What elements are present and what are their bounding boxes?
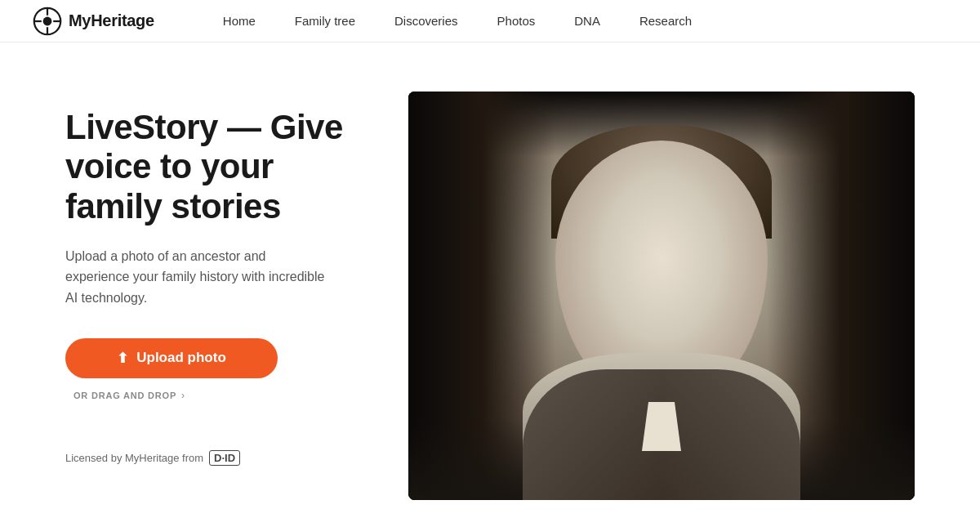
nav-links: Home Family tree Discoveries Photos DNA …: [203, 1, 947, 41]
portrait-suit-right: [662, 369, 800, 500]
upload-photo-button[interactable]: ⬆ Upload photo: [65, 338, 278, 378]
license-prefix: Licensed by MyHeritage from: [65, 452, 203, 464]
hero-title: LiveStory — Give voice to your family st…: [65, 108, 376, 226]
nav-home[interactable]: Home: [203, 1, 275, 41]
main-content: LiveStory — Give voice to your family st…: [0, 42, 980, 527]
nav-research[interactable]: Research: [620, 1, 711, 41]
ancestor-photo: [408, 92, 915, 500]
logo-text: MyHeritage: [69, 11, 154, 30]
license-info: Licensed by MyHeritage from D·ID: [65, 450, 376, 466]
left-section: LiveStory — Give voice to your family st…: [65, 92, 376, 466]
svg-point-1: [43, 16, 52, 25]
nav-photos[interactable]: Photos: [478, 1, 555, 41]
myheritage-logo-icon: [33, 7, 62, 36]
navbar: MyHeritage Home Family tree Discoveries …: [0, 0, 980, 42]
portrait-suit-left: [523, 369, 662, 500]
nav-discoveries[interactable]: Discoveries: [375, 1, 478, 41]
drag-drop-area[interactable]: OR DRAG AND DROP ›: [74, 390, 376, 401]
upload-icon: ⬆: [117, 350, 128, 367]
right-section: [408, 92, 915, 500]
did-brand-logo: D·ID: [209, 450, 240, 466]
drag-drop-label: OR DRAG AND DROP: [74, 391, 176, 400]
logo-link[interactable]: MyHeritage: [33, 7, 154, 36]
upload-button-label: Upload photo: [136, 350, 226, 366]
hero-description: Upload a photo of an ancestor and experi…: [65, 246, 327, 309]
nav-family-tree[interactable]: Family tree: [275, 1, 375, 41]
portrait-background: [408, 92, 915, 500]
portrait-body: [523, 353, 800, 500]
nav-dna[interactable]: DNA: [555, 1, 620, 41]
drag-drop-arrow-icon: ›: [181, 390, 185, 401]
